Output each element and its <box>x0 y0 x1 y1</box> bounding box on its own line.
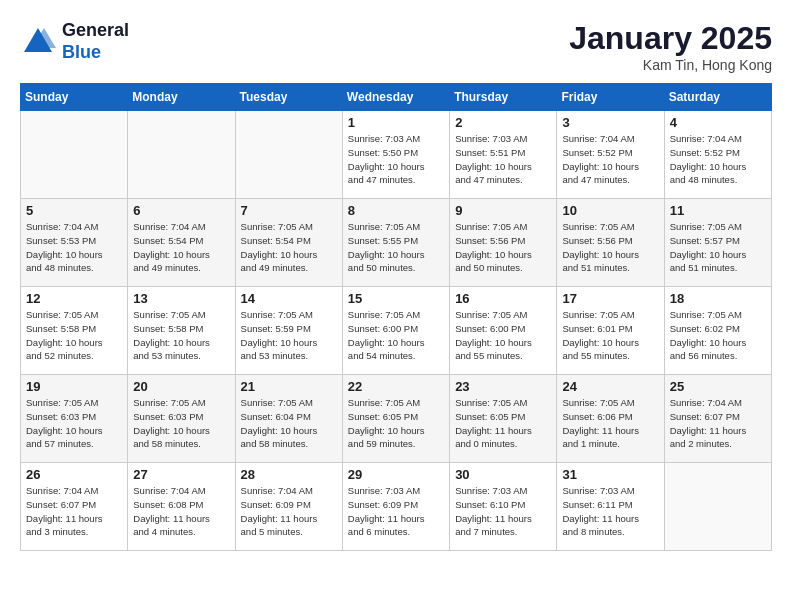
calendar-cell: 13Sunrise: 7:05 AM Sunset: 5:58 PM Dayli… <box>128 287 235 375</box>
day-number: 20 <box>133 379 229 394</box>
day-number: 29 <box>348 467 444 482</box>
calendar-cell: 16Sunrise: 7:05 AM Sunset: 6:00 PM Dayli… <box>450 287 557 375</box>
day-number: 26 <box>26 467 122 482</box>
day-info: Sunrise: 7:04 AM Sunset: 5:54 PM Dayligh… <box>133 220 229 275</box>
day-info: Sunrise: 7:05 AM Sunset: 6:05 PM Dayligh… <box>455 396 551 451</box>
weekday-friday: Friday <box>557 84 664 111</box>
calendar-cell <box>128 111 235 199</box>
calendar-cell: 8Sunrise: 7:05 AM Sunset: 5:55 PM Daylig… <box>342 199 449 287</box>
day-info: Sunrise: 7:03 AM Sunset: 6:11 PM Dayligh… <box>562 484 658 539</box>
day-number: 2 <box>455 115 551 130</box>
calendar-cell: 21Sunrise: 7:05 AM Sunset: 6:04 PM Dayli… <box>235 375 342 463</box>
calendar-cell <box>21 111 128 199</box>
day-info: Sunrise: 7:04 AM Sunset: 5:52 PM Dayligh… <box>562 132 658 187</box>
calendar-cell <box>664 463 771 551</box>
day-number: 9 <box>455 203 551 218</box>
day-number: 12 <box>26 291 122 306</box>
day-number: 1 <box>348 115 444 130</box>
calendar-cell: 4Sunrise: 7:04 AM Sunset: 5:52 PM Daylig… <box>664 111 771 199</box>
calendar-cell: 2Sunrise: 7:03 AM Sunset: 5:51 PM Daylig… <box>450 111 557 199</box>
day-number: 16 <box>455 291 551 306</box>
calendar-cell: 6Sunrise: 7:04 AM Sunset: 5:54 PM Daylig… <box>128 199 235 287</box>
day-info: Sunrise: 7:05 AM Sunset: 6:05 PM Dayligh… <box>348 396 444 451</box>
title-block: January 2025 Kam Tin, Hong Kong <box>569 20 772 73</box>
calendar-cell: 10Sunrise: 7:05 AM Sunset: 5:56 PM Dayli… <box>557 199 664 287</box>
day-info: Sunrise: 7:03 AM Sunset: 5:50 PM Dayligh… <box>348 132 444 187</box>
calendar-cell: 14Sunrise: 7:05 AM Sunset: 5:59 PM Dayli… <box>235 287 342 375</box>
day-info: Sunrise: 7:04 AM Sunset: 5:52 PM Dayligh… <box>670 132 766 187</box>
calendar-cell: 30Sunrise: 7:03 AM Sunset: 6:10 PM Dayli… <box>450 463 557 551</box>
calendar-cell: 24Sunrise: 7:05 AM Sunset: 6:06 PM Dayli… <box>557 375 664 463</box>
day-info: Sunrise: 7:05 AM Sunset: 5:54 PM Dayligh… <box>241 220 337 275</box>
day-number: 3 <box>562 115 658 130</box>
day-number: 21 <box>241 379 337 394</box>
calendar-cell: 3Sunrise: 7:04 AM Sunset: 5:52 PM Daylig… <box>557 111 664 199</box>
weekday-tuesday: Tuesday <box>235 84 342 111</box>
day-info: Sunrise: 7:05 AM Sunset: 5:58 PM Dayligh… <box>133 308 229 363</box>
day-number: 30 <box>455 467 551 482</box>
logo-icon <box>20 24 56 60</box>
day-info: Sunrise: 7:04 AM Sunset: 6:09 PM Dayligh… <box>241 484 337 539</box>
day-info: Sunrise: 7:05 AM Sunset: 6:04 PM Dayligh… <box>241 396 337 451</box>
day-info: Sunrise: 7:05 AM Sunset: 6:01 PM Dayligh… <box>562 308 658 363</box>
day-info: Sunrise: 7:05 AM Sunset: 5:56 PM Dayligh… <box>562 220 658 275</box>
day-info: Sunrise: 7:05 AM Sunset: 6:00 PM Dayligh… <box>348 308 444 363</box>
day-number: 23 <box>455 379 551 394</box>
calendar-cell: 15Sunrise: 7:05 AM Sunset: 6:00 PM Dayli… <box>342 287 449 375</box>
day-number: 19 <box>26 379 122 394</box>
day-number: 22 <box>348 379 444 394</box>
day-info: Sunrise: 7:05 AM Sunset: 5:56 PM Dayligh… <box>455 220 551 275</box>
calendar-cell: 18Sunrise: 7:05 AM Sunset: 6:02 PM Dayli… <box>664 287 771 375</box>
day-number: 7 <box>241 203 337 218</box>
day-info: Sunrise: 7:05 AM Sunset: 6:00 PM Dayligh… <box>455 308 551 363</box>
calendar-cell: 17Sunrise: 7:05 AM Sunset: 6:01 PM Dayli… <box>557 287 664 375</box>
day-number: 15 <box>348 291 444 306</box>
calendar-cell: 23Sunrise: 7:05 AM Sunset: 6:05 PM Dayli… <box>450 375 557 463</box>
day-number: 6 <box>133 203 229 218</box>
day-number: 31 <box>562 467 658 482</box>
day-number: 11 <box>670 203 766 218</box>
calendar-body: 1Sunrise: 7:03 AM Sunset: 5:50 PM Daylig… <box>21 111 772 551</box>
calendar-cell: 26Sunrise: 7:04 AM Sunset: 6:07 PM Dayli… <box>21 463 128 551</box>
day-info: Sunrise: 7:04 AM Sunset: 5:53 PM Dayligh… <box>26 220 122 275</box>
week-row-1: 1Sunrise: 7:03 AM Sunset: 5:50 PM Daylig… <box>21 111 772 199</box>
day-info: Sunrise: 7:05 AM Sunset: 5:55 PM Dayligh… <box>348 220 444 275</box>
day-info: Sunrise: 7:05 AM Sunset: 5:58 PM Dayligh… <box>26 308 122 363</box>
calendar-cell: 27Sunrise: 7:04 AM Sunset: 6:08 PM Dayli… <box>128 463 235 551</box>
day-number: 14 <box>241 291 337 306</box>
day-number: 17 <box>562 291 658 306</box>
day-info: Sunrise: 7:05 AM Sunset: 6:02 PM Dayligh… <box>670 308 766 363</box>
day-info: Sunrise: 7:04 AM Sunset: 6:08 PM Dayligh… <box>133 484 229 539</box>
page-header: General Blue January 2025 Kam Tin, Hong … <box>20 20 772 73</box>
day-number: 5 <box>26 203 122 218</box>
calendar-cell: 25Sunrise: 7:04 AM Sunset: 6:07 PM Dayli… <box>664 375 771 463</box>
day-number: 8 <box>348 203 444 218</box>
day-info: Sunrise: 7:05 AM Sunset: 5:59 PM Dayligh… <box>241 308 337 363</box>
location: Kam Tin, Hong Kong <box>569 57 772 73</box>
week-row-5: 26Sunrise: 7:04 AM Sunset: 6:07 PM Dayli… <box>21 463 772 551</box>
weekday-sunday: Sunday <box>21 84 128 111</box>
calendar-cell: 19Sunrise: 7:05 AM Sunset: 6:03 PM Dayli… <box>21 375 128 463</box>
weekday-monday: Monday <box>128 84 235 111</box>
day-info: Sunrise: 7:04 AM Sunset: 6:07 PM Dayligh… <box>26 484 122 539</box>
day-info: Sunrise: 7:03 AM Sunset: 6:10 PM Dayligh… <box>455 484 551 539</box>
calendar-cell: 22Sunrise: 7:05 AM Sunset: 6:05 PM Dayli… <box>342 375 449 463</box>
calendar-cell: 1Sunrise: 7:03 AM Sunset: 5:50 PM Daylig… <box>342 111 449 199</box>
day-info: Sunrise: 7:05 AM Sunset: 6:06 PM Dayligh… <box>562 396 658 451</box>
month-title: January 2025 <box>569 20 772 57</box>
day-info: Sunrise: 7:03 AM Sunset: 5:51 PM Dayligh… <box>455 132 551 187</box>
day-info: Sunrise: 7:05 AM Sunset: 6:03 PM Dayligh… <box>26 396 122 451</box>
day-number: 13 <box>133 291 229 306</box>
week-row-4: 19Sunrise: 7:05 AM Sunset: 6:03 PM Dayli… <box>21 375 772 463</box>
day-info: Sunrise: 7:05 AM Sunset: 6:03 PM Dayligh… <box>133 396 229 451</box>
week-row-2: 5Sunrise: 7:04 AM Sunset: 5:53 PM Daylig… <box>21 199 772 287</box>
day-info: Sunrise: 7:05 AM Sunset: 5:57 PM Dayligh… <box>670 220 766 275</box>
calendar-cell: 28Sunrise: 7:04 AM Sunset: 6:09 PM Dayli… <box>235 463 342 551</box>
day-number: 25 <box>670 379 766 394</box>
weekday-thursday: Thursday <box>450 84 557 111</box>
calendar-cell: 31Sunrise: 7:03 AM Sunset: 6:11 PM Dayli… <box>557 463 664 551</box>
calendar-cell: 29Sunrise: 7:03 AM Sunset: 6:09 PM Dayli… <box>342 463 449 551</box>
calendar-cell: 5Sunrise: 7:04 AM Sunset: 5:53 PM Daylig… <box>21 199 128 287</box>
day-number: 24 <box>562 379 658 394</box>
logo-text: General Blue <box>62 20 129 63</box>
